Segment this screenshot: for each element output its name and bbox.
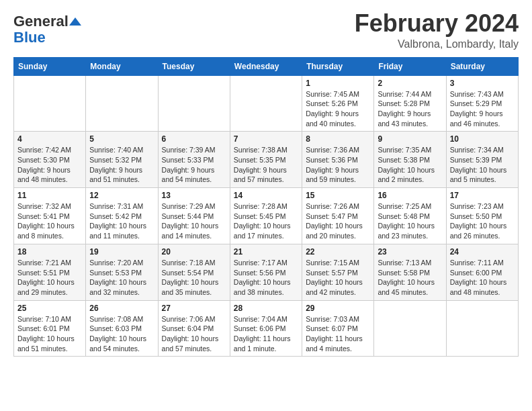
day-number: 13 bbox=[162, 191, 226, 200]
day-info: Sunrise: 7:08 AM Sunset: 6:03 PM Dayligh… bbox=[89, 314, 154, 354]
day-number: 1 bbox=[306, 79, 370, 88]
weekday-header-monday: Monday bbox=[86, 57, 158, 75]
calendar-cell: 21Sunrise: 7:17 AM Sunset: 5:56 PM Dayli… bbox=[230, 244, 302, 300]
day-number: 16 bbox=[378, 191, 442, 200]
day-info: Sunrise: 7:29 AM Sunset: 5:44 PM Dayligh… bbox=[162, 201, 226, 241]
calendar-row-3: 18Sunrise: 7:21 AM Sunset: 5:51 PM Dayli… bbox=[14, 244, 519, 300]
weekday-header-tuesday: Tuesday bbox=[158, 57, 230, 75]
calendar-cell: 6Sunrise: 7:39 AM Sunset: 5:33 PM Daylig… bbox=[158, 132, 230, 188]
calendar-cell: 17Sunrise: 7:23 AM Sunset: 5:50 PM Dayli… bbox=[446, 188, 518, 244]
day-number: 20 bbox=[162, 247, 226, 257]
day-number: 22 bbox=[306, 247, 370, 257]
day-number: 24 bbox=[450, 247, 515, 257]
calendar-cell: 15Sunrise: 7:26 AM Sunset: 5:47 PM Dayli… bbox=[302, 188, 374, 244]
day-info: Sunrise: 7:25 AM Sunset: 5:48 PM Dayligh… bbox=[378, 201, 442, 241]
day-info: Sunrise: 7:10 AM Sunset: 6:01 PM Dayligh… bbox=[17, 314, 82, 354]
weekday-header-thursday: Thursday bbox=[302, 57, 374, 75]
day-number: 28 bbox=[234, 304, 298, 313]
svg-marker-0 bbox=[69, 17, 81, 26]
calendar-table: SundayMondayTuesdayWednesdayThursdayFrid… bbox=[13, 57, 519, 357]
day-info: Sunrise: 7:38 AM Sunset: 5:35 PM Dayligh… bbox=[234, 145, 298, 185]
calendar-cell: 27Sunrise: 7:06 AM Sunset: 6:04 PM Dayli… bbox=[158, 300, 230, 357]
day-number: 21 bbox=[234, 247, 298, 257]
calendar-row-2: 11Sunrise: 7:32 AM Sunset: 5:41 PM Dayli… bbox=[14, 188, 519, 244]
logo-text: General bbox=[13, 13, 69, 30]
calendar-cell: 5Sunrise: 7:40 AM Sunset: 5:32 PM Daylig… bbox=[86, 132, 158, 188]
weekday-header-saturday: Saturday bbox=[446, 57, 518, 75]
day-number: 12 bbox=[89, 191, 154, 200]
page-header: General Blue February 2024 Valbrona, Lom… bbox=[13, 10, 519, 50]
calendar-cell: 3Sunrise: 7:43 AM Sunset: 5:29 PM Daylig… bbox=[446, 75, 518, 132]
day-info: Sunrise: 7:06 AM Sunset: 6:04 PM Dayligh… bbox=[162, 314, 226, 354]
day-number: 26 bbox=[89, 304, 154, 313]
day-number: 17 bbox=[450, 191, 515, 200]
day-info: Sunrise: 7:15 AM Sunset: 5:57 PM Dayligh… bbox=[306, 258, 370, 298]
day-number: 6 bbox=[162, 134, 226, 144]
calendar-cell: 11Sunrise: 7:32 AM Sunset: 5:41 PM Dayli… bbox=[14, 188, 86, 244]
day-number: 27 bbox=[162, 304, 226, 313]
calendar-cell: 4Sunrise: 7:42 AM Sunset: 5:30 PM Daylig… bbox=[14, 132, 86, 188]
day-number: 23 bbox=[378, 247, 442, 257]
calendar-cell: 13Sunrise: 7:29 AM Sunset: 5:44 PM Dayli… bbox=[158, 188, 230, 244]
month-title: February 2024 bbox=[355, 10, 519, 37]
calendar-cell: 24Sunrise: 7:11 AM Sunset: 6:00 PM Dayli… bbox=[446, 244, 518, 300]
calendar-cell bbox=[374, 300, 446, 357]
logo: General Blue bbox=[13, 13, 81, 46]
calendar-cell: 10Sunrise: 7:34 AM Sunset: 5:39 PM Dayli… bbox=[446, 132, 518, 188]
day-number: 25 bbox=[17, 304, 82, 313]
day-info: Sunrise: 7:42 AM Sunset: 5:30 PM Dayligh… bbox=[17, 145, 82, 185]
calendar-cell: 20Sunrise: 7:18 AM Sunset: 5:54 PM Dayli… bbox=[158, 244, 230, 300]
day-number: 4 bbox=[17, 134, 82, 144]
day-info: Sunrise: 7:26 AM Sunset: 5:47 PM Dayligh… bbox=[306, 201, 370, 241]
calendar-cell: 18Sunrise: 7:21 AM Sunset: 5:51 PM Dayli… bbox=[14, 244, 86, 300]
day-number: 19 bbox=[89, 247, 154, 257]
calendar-cell bbox=[230, 75, 302, 132]
calendar-row-0: 1Sunrise: 7:45 AM Sunset: 5:26 PM Daylig… bbox=[14, 75, 519, 132]
calendar-cell: 22Sunrise: 7:15 AM Sunset: 5:57 PM Dayli… bbox=[302, 244, 374, 300]
calendar-cell: 23Sunrise: 7:13 AM Sunset: 5:58 PM Dayli… bbox=[374, 244, 446, 300]
day-info: Sunrise: 7:17 AM Sunset: 5:56 PM Dayligh… bbox=[234, 258, 298, 298]
calendar-cell: 29Sunrise: 7:03 AM Sunset: 6:07 PM Dayli… bbox=[302, 300, 374, 357]
weekday-header-wednesday: Wednesday bbox=[230, 57, 302, 75]
day-info: Sunrise: 7:20 AM Sunset: 5:53 PM Dayligh… bbox=[89, 258, 154, 298]
day-info: Sunrise: 7:39 AM Sunset: 5:33 PM Dayligh… bbox=[162, 145, 226, 185]
day-number: 29 bbox=[306, 304, 370, 313]
calendar-cell: 2Sunrise: 7:44 AM Sunset: 5:28 PM Daylig… bbox=[374, 75, 446, 132]
calendar-cell: 7Sunrise: 7:38 AM Sunset: 5:35 PM Daylig… bbox=[230, 132, 302, 188]
day-info: Sunrise: 7:03 AM Sunset: 6:07 PM Dayligh… bbox=[306, 314, 370, 354]
weekday-header-sunday: Sunday bbox=[14, 57, 86, 75]
day-info: Sunrise: 7:13 AM Sunset: 5:58 PM Dayligh… bbox=[378, 258, 442, 298]
day-number: 5 bbox=[89, 134, 154, 144]
day-info: Sunrise: 7:18 AM Sunset: 5:54 PM Dayligh… bbox=[162, 258, 226, 298]
day-info: Sunrise: 7:31 AM Sunset: 5:42 PM Dayligh… bbox=[89, 201, 154, 241]
calendar-cell: 12Sunrise: 7:31 AM Sunset: 5:42 PM Dayli… bbox=[86, 188, 158, 244]
calendar-cell: 1Sunrise: 7:45 AM Sunset: 5:26 PM Daylig… bbox=[302, 75, 374, 132]
day-info: Sunrise: 7:35 AM Sunset: 5:38 PM Dayligh… bbox=[378, 145, 442, 185]
day-number: 7 bbox=[234, 134, 298, 144]
day-info: Sunrise: 7:43 AM Sunset: 5:29 PM Dayligh… bbox=[450, 89, 515, 129]
logo-icon bbox=[69, 15, 81, 28]
day-info: Sunrise: 7:11 AM Sunset: 6:00 PM Dayligh… bbox=[450, 258, 515, 298]
day-number: 3 bbox=[450, 79, 515, 88]
calendar-cell: 9Sunrise: 7:35 AM Sunset: 5:38 PM Daylig… bbox=[374, 132, 446, 188]
day-info: Sunrise: 7:21 AM Sunset: 5:51 PM Dayligh… bbox=[17, 258, 82, 298]
day-info: Sunrise: 7:23 AM Sunset: 5:50 PM Dayligh… bbox=[450, 201, 515, 241]
calendar-cell bbox=[86, 75, 158, 132]
calendar-cell: 16Sunrise: 7:25 AM Sunset: 5:48 PM Dayli… bbox=[374, 188, 446, 244]
calendar-cell bbox=[158, 75, 230, 132]
calendar-cell: 19Sunrise: 7:20 AM Sunset: 5:53 PM Dayli… bbox=[86, 244, 158, 300]
day-info: Sunrise: 7:45 AM Sunset: 5:26 PM Dayligh… bbox=[306, 89, 370, 129]
calendar-cell: 28Sunrise: 7:04 AM Sunset: 6:06 PM Dayli… bbox=[230, 300, 302, 357]
calendar-cell bbox=[14, 75, 86, 132]
weekday-header-row: SundayMondayTuesdayWednesdayThursdayFrid… bbox=[14, 57, 519, 75]
title-area: February 2024 Valbrona, Lombardy, Italy bbox=[355, 10, 519, 50]
calendar-row-1: 4Sunrise: 7:42 AM Sunset: 5:30 PM Daylig… bbox=[14, 132, 519, 188]
calendar-row-4: 25Sunrise: 7:10 AM Sunset: 6:01 PM Dayli… bbox=[14, 300, 519, 357]
location-title: Valbrona, Lombardy, Italy bbox=[355, 38, 519, 50]
day-info: Sunrise: 7:40 AM Sunset: 5:32 PM Dayligh… bbox=[89, 145, 154, 185]
day-number: 2 bbox=[378, 79, 442, 88]
day-number: 15 bbox=[306, 191, 370, 200]
day-info: Sunrise: 7:34 AM Sunset: 5:39 PM Dayligh… bbox=[450, 145, 515, 185]
day-info: Sunrise: 7:44 AM Sunset: 5:28 PM Dayligh… bbox=[378, 89, 442, 129]
day-number: 10 bbox=[450, 134, 515, 144]
